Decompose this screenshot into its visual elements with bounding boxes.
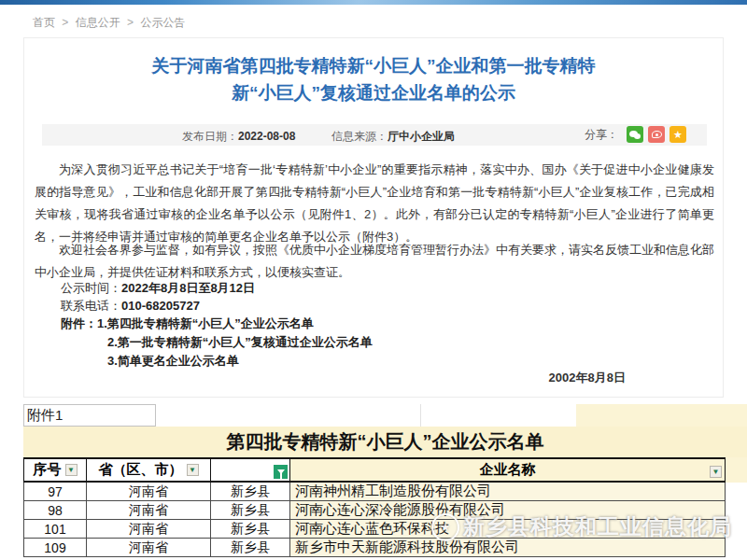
table-row: 109 河南省 新乡县 新乡市中天新能源科技股份有限公司 xyxy=(23,539,726,557)
cell-province: 河南省 xyxy=(87,520,211,538)
cell-province: 河南省 xyxy=(87,539,211,556)
paragraph-1: 为深入贯彻习近平总书记关于“培育一批‘专精特新’中小企业”的重要指示精神，落实中… xyxy=(35,159,714,248)
publish-date: 发布日期：2022-08-08 xyxy=(182,129,295,145)
breadcrumb-info-disclosure[interactable]: 信息公开 xyxy=(76,16,120,29)
sheet-title-row: 第四批专精特新“小巨人”企业公示名单 xyxy=(23,427,747,457)
article-meta-bar: 发布日期：2022-08-08 信息来源：厅中小企业局 分享： ★ xyxy=(42,124,707,146)
filter-dropdown-icon: ▼ xyxy=(710,466,722,478)
paragraph-2: 欢迎社会各界参与监督，如有异议，按照《优质中小企业梯度培育管理暂行办法》中有关要… xyxy=(35,239,714,284)
notice-time-label: 公示时间： xyxy=(61,281,121,295)
page-title-line2: 新“小巨人”复核通过企业名单的公示 xyxy=(23,79,724,106)
attachment-link-3[interactable]: 3.简单更名企业公示名单 xyxy=(107,353,239,370)
share-wechat-button[interactable] xyxy=(627,126,643,143)
table-row: 97 河南省 新乡县 河南神州精工制造股份有限公司 xyxy=(23,483,726,501)
cell-province: 河南省 xyxy=(87,501,211,519)
agency-watermark: ★ 新乡县科技和工业信息化局 xyxy=(431,512,732,541)
watermark-text: 新乡县科技和工业信息化局 xyxy=(463,512,732,541)
cell-seq: 101 xyxy=(24,520,87,538)
header-company: 企业名称 ▼ xyxy=(290,459,725,481)
header-city xyxy=(211,459,290,481)
share-label: 分享： xyxy=(585,127,618,143)
info-source-label: 信息来源： xyxy=(331,130,388,143)
header-province-label: 省（区、市） xyxy=(99,461,183,479)
header-company-label: 企业名称 xyxy=(480,461,536,479)
cell-seq: 109 xyxy=(24,539,87,556)
breadcrumb-separator: > xyxy=(62,16,68,29)
contact-phone-value: 010-68205727 xyxy=(121,299,200,313)
header-seq-label: 序号 xyxy=(34,461,62,479)
attachment-2-text[interactable]: 2.第一批专精特新“小巨人”复核通过企业公示名单 xyxy=(107,335,373,349)
filter-dropdown-icon: ▼ xyxy=(65,464,78,476)
top-nav-bottom-edge xyxy=(0,0,747,5)
wechat-icon xyxy=(629,131,641,139)
sign-date: 2002年8月8日 xyxy=(549,370,626,386)
filter-dropdown-icon: ▼ xyxy=(187,464,199,476)
share-bar: 分享： ★ xyxy=(585,126,686,143)
header-seq: 序号 ▼ xyxy=(24,459,87,481)
attachment-link-2[interactable]: 2.第一批专精特新“小巨人”复核通过企业公示名单 xyxy=(107,334,373,351)
star-icon: ★ xyxy=(673,129,683,141)
page-title-line1: 关于河南省第四批专精特新“小巨人”企业和第一批专精特 xyxy=(23,52,724,79)
sheet-corner-row: 附件1 xyxy=(23,404,726,427)
attachments-label: 附件： xyxy=(61,316,97,330)
share-qzone-button[interactable]: ★ xyxy=(669,126,686,143)
share-weibo-button[interactable] xyxy=(648,126,665,143)
breadcrumb-home[interactable]: 首页 xyxy=(33,16,55,29)
sheet-gridline xyxy=(420,404,421,427)
breadcrumb-separator: > xyxy=(127,16,134,29)
sheet-header-row: 序号 ▼ 省（区、市） ▼ 企业名称 ▼ xyxy=(23,457,726,483)
attachment-3-text[interactable]: 3.简单更名企业公示名单 xyxy=(107,354,239,368)
sheet-yellow-cell xyxy=(576,404,726,427)
cell-city: 新乡县 xyxy=(211,483,290,500)
active-filter-funnel-icon xyxy=(274,465,288,479)
contact-phone-line: 联系电话：010-68205727 xyxy=(61,298,200,315)
attachment-1-text[interactable]: 1.第四批专精特新“小巨人”企业公示名单 xyxy=(97,316,314,330)
cell-company: 河南神州精工制造股份有限公司 xyxy=(290,483,725,500)
attachment1-cell: 附件1 xyxy=(23,404,156,427)
publish-date-value: 2022-08-08 xyxy=(238,130,295,143)
page-title: 关于河南省第四批专精特新“小巨人”企业和第一批专精特 新“小巨人”复核通过企业名… xyxy=(23,52,724,106)
cell-city: 新乡县 xyxy=(211,520,290,538)
breadcrumb-announcements: 公示公告 xyxy=(140,16,185,29)
info-source: 信息来源：厅中小企业局 xyxy=(331,129,455,145)
cell-seq: 98 xyxy=(24,501,87,519)
info-source-value: 厅中小企业局 xyxy=(388,130,455,143)
cell-province: 河南省 xyxy=(87,483,211,500)
watermark-emblem-icon: ★ xyxy=(431,513,459,541)
cell-seq: 97 xyxy=(24,483,87,500)
attachment-link-1[interactable]: 附件：1.第四批专精特新“小巨人”企业公示名单 xyxy=(61,315,314,332)
cell-city: 新乡县 xyxy=(211,539,290,556)
notice-time-value: 2022年8月8日至8月12日 xyxy=(121,281,255,295)
weibo-icon xyxy=(652,131,662,138)
contact-phone-label: 联系电话： xyxy=(61,299,121,313)
publish-date-label: 发布日期： xyxy=(182,130,238,143)
notice-time-line: 公示时间：2022年8月8日至8月12日 xyxy=(61,280,255,297)
cell-city: 新乡县 xyxy=(211,501,290,519)
breadcrumb: 首页 > 信息公开 > 公示公告 xyxy=(33,15,189,31)
header-province: 省（区、市） ▼ xyxy=(87,459,211,481)
